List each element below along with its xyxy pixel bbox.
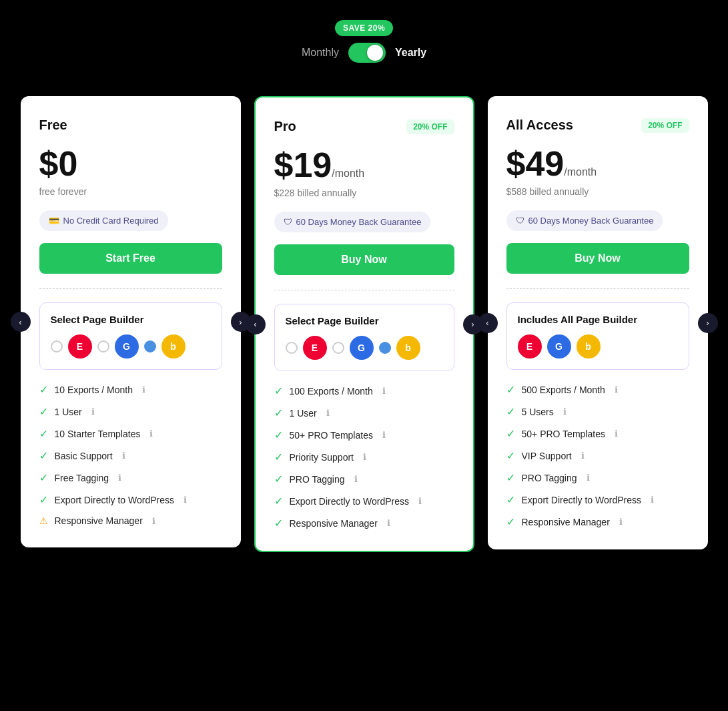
info-icon[interactable]: ℹ (563, 407, 567, 417)
all-access-features-list: ✓ 500 Exports / Month ℹ ✓ 5 Users ℹ ✓ 50… (506, 383, 689, 528)
info-icon[interactable]: ℹ (619, 517, 623, 527)
info-icon[interactable]: ℹ (418, 496, 422, 506)
pro-page-builder-title: Select Page Builder (286, 315, 443, 326)
feature-responsive: ⚠ Responsive Manager ℹ (39, 515, 222, 526)
info-icon[interactable]: ℹ (651, 495, 654, 505)
feature-text: 1 User (55, 407, 82, 417)
pro-elementor-icon[interactable]: E (303, 336, 327, 360)
all-access-page-builder-title: Includes All Page Builder (518, 314, 678, 325)
yearly-label: Yearly (395, 47, 426, 59)
info-icon[interactable]: ℹ (149, 429, 153, 439)
check-icon: ✓ (39, 383, 48, 396)
info-icon[interactable]: ℹ (152, 516, 155, 526)
pro-price-amount: $19 (274, 146, 332, 184)
feature-wp-export: ✓ Export Directly to WordPress ℹ (274, 495, 454, 507)
pro-card-arrow-right[interactable]: › (463, 314, 483, 334)
pro-guarantee-text: 60 Days Money Back Guarantee (296, 217, 422, 227)
all-access-card-arrow-right[interactable]: › (698, 313, 718, 333)
info-icon[interactable]: ℹ (615, 385, 618, 395)
pro-divider (274, 290, 454, 290)
free-radio-beaver[interactable] (144, 340, 156, 352)
free-guarantee-badge: 💳 No Credit Card Required (39, 210, 168, 231)
all-access-price-period: /month (564, 166, 597, 178)
info-icon[interactable]: ℹ (387, 518, 390, 528)
check-icon: ✓ (506, 427, 515, 440)
pricing-cards: ‹ Free $0 free forever 💳 No Credit Card … (0, 83, 728, 565)
feature-user: ✓ 1 User ℹ (39, 405, 222, 418)
pro-gutenberg-icon[interactable]: G (350, 336, 374, 360)
all-access-cta-button[interactable]: Buy Now (506, 243, 689, 274)
warn-icon: ⚠ (39, 515, 48, 526)
free-price-section: $0 (39, 146, 222, 181)
info-icon[interactable]: ℹ (615, 429, 618, 439)
info-icon[interactable]: ℹ (118, 473, 121, 483)
info-icon[interactable]: ℹ (184, 495, 187, 505)
check-icon: ✓ (506, 515, 515, 528)
info-icon[interactable]: ℹ (326, 408, 330, 418)
check-icon: ✓ (274, 429, 283, 441)
feature-tagging: ✓ Free Tagging ℹ (39, 471, 222, 484)
info-icon[interactable]: ℹ (363, 452, 366, 462)
pro-price-period: /month (332, 168, 364, 179)
feature-exports: ✓ 100 Exports / Month ℹ (274, 385, 454, 397)
free-radio-none[interactable] (51, 340, 63, 352)
pro-page-builder-section: Select Page Builder E G b (274, 304, 454, 371)
feature-user: ✓ 1 User ℹ (274, 407, 454, 419)
free-beaver-icon[interactable]: b (161, 334, 186, 359)
check-icon: ✓ (274, 473, 283, 485)
shield-icon: 🛡 (516, 216, 524, 226)
free-radio-gutenberg[interactable] (97, 340, 109, 352)
info-icon[interactable]: ℹ (587, 473, 590, 483)
all-access-plan-name: All Access (506, 117, 573, 133)
info-icon[interactable]: ℹ (91, 407, 95, 417)
check-icon: ✓ (39, 405, 48, 418)
feature-text: 50+ PRO Templates (290, 430, 373, 441)
feature-wp-export: ✓ Export Directly to WordPress ℹ (39, 493, 222, 506)
all-access-page-builder-section: Includes All Page Builder E G b (506, 302, 689, 370)
pro-cta-button[interactable]: Buy Now (274, 244, 454, 275)
all-access-guarantee-text: 60 Days Money Back Guarantee (528, 216, 654, 226)
info-icon[interactable]: ℹ (122, 451, 125, 461)
pro-card-header: Pro 20% OFF (274, 119, 454, 134)
all-access-gutenberg-icon: G (547, 334, 571, 359)
card-icon: 💳 (49, 216, 59, 226)
pro-price-section: $19/month (274, 148, 454, 182)
info-icon[interactable]: ℹ (581, 451, 585, 461)
monthly-label: Monthly (302, 47, 339, 59)
pro-radio-beaver[interactable] (379, 342, 391, 354)
pro-beaver-icon[interactable]: b (396, 336, 420, 360)
free-gutenberg-icon[interactable]: G (115, 334, 139, 359)
feature-tagging: ✓ PRO Tagging ℹ (506, 471, 689, 484)
all-access-price-note: $588 billed annually (506, 186, 689, 197)
pro-plan-name: Pro (274, 119, 296, 134)
info-icon[interactable]: ℹ (354, 474, 358, 484)
feature-templates: ✓ 50+ PRO Templates ℹ (506, 427, 689, 440)
feature-text: PRO Tagging (290, 474, 345, 485)
check-icon: ✓ (274, 517, 283, 529)
free-cta-button[interactable]: Start Free (39, 243, 222, 274)
feature-text: 1 User (290, 408, 317, 419)
billing-switch[interactable] (348, 43, 386, 63)
feature-text: Priority Support (290, 452, 354, 463)
toggle-knob (367, 45, 383, 61)
feature-text: 5 Users (522, 407, 554, 417)
feature-text: 10 Exports / Month (55, 385, 133, 395)
feature-exports: ✓ 500 Exports / Month ℹ (506, 383, 689, 396)
pro-radio-none[interactable] (286, 342, 298, 354)
info-icon[interactable]: ℹ (382, 430, 386, 440)
feature-support: ✓ Basic Support ℹ (39, 449, 222, 462)
feature-text: Responsive Manager (55, 515, 143, 526)
feature-templates: ✓ 10 Starter Templates ℹ (39, 427, 222, 440)
feature-support: ✓ Priority Support ℹ (274, 451, 454, 463)
check-icon: ✓ (506, 449, 515, 462)
check-icon: ✓ (274, 385, 283, 397)
free-card-arrow-left[interactable]: ‹ (11, 312, 31, 332)
info-icon[interactable]: ℹ (142, 385, 145, 395)
pro-radio-gutenberg[interactable] (332, 342, 344, 354)
info-icon[interactable]: ℹ (382, 386, 386, 396)
feature-users: ✓ 5 Users ℹ (506, 405, 689, 418)
free-elementor-icon[interactable]: E (68, 334, 92, 359)
billing-toggle[interactable]: Monthly Yearly (302, 43, 426, 63)
feature-text: Free Tagging (55, 473, 109, 483)
pro-card-arrow-left[interactable]: ‹ (246, 314, 266, 334)
